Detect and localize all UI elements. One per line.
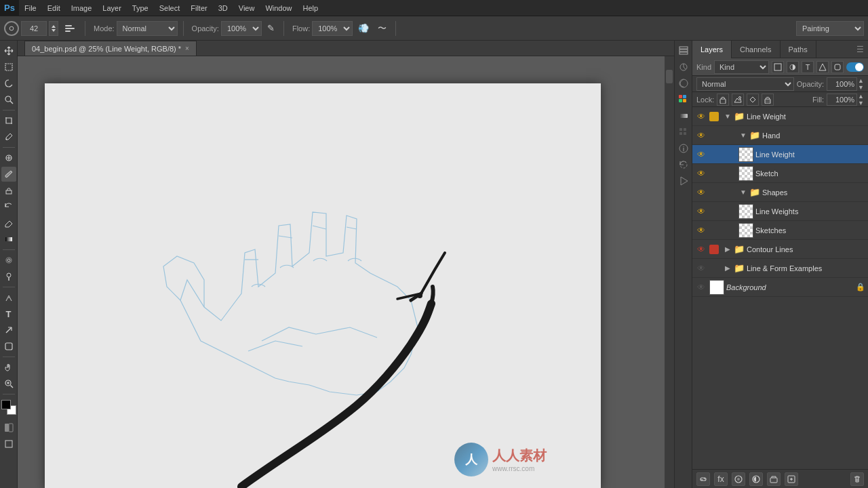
- layer-row-line-weights[interactable]: 👁 Line Weights: [692, 202, 868, 221]
- tab-channels[interactable]: Channels: [732, 41, 780, 58]
- pen-tool[interactable]: [1, 290, 16, 305]
- filter-toggle[interactable]: [846, 62, 864, 72]
- visibility-sketch[interactable]: 👁: [695, 167, 707, 180]
- lock-transparent-btn[interactable]: [717, 94, 729, 106]
- quick-select-tool[interactable]: [1, 92, 16, 107]
- expand-shapes-group[interactable]: ▼: [739, 186, 747, 199]
- expand-line-form-group[interactable]: ▶: [724, 262, 732, 274]
- dodge-tool[interactable]: [1, 269, 16, 284]
- gradients-icon-btn[interactable]: [676, 108, 691, 123]
- hand-tool[interactable]: [1, 360, 16, 375]
- new-layer-btn[interactable]: [785, 472, 798, 486]
- expand-hand-group[interactable]: ▼: [739, 129, 747, 142]
- zoom-tool[interactable]: [1, 376, 16, 391]
- mode-select[interactable]: Normal: [117, 21, 178, 36]
- opacity-stepper[interactable]: ▲▼: [858, 77, 864, 91]
- expand-line-weight-group[interactable]: ▼: [724, 110, 732, 123]
- path-select-tool[interactable]: [1, 323, 16, 338]
- text-tool[interactable]: T: [1, 306, 16, 321]
- selection-tool[interactable]: [1, 60, 16, 75]
- lock-image-btn[interactable]: [732, 94, 744, 106]
- visibility-line-form-examples[interactable]: 👁: [695, 262, 707, 274]
- document-canvas[interactable]: 人 人人素材 www.rrsc.com: [45, 83, 601, 488]
- brush-size-stepper[interactable]: [49, 21, 58, 36]
- move-tool[interactable]: [1, 43, 16, 58]
- workspace-select[interactable]: Painting: [796, 21, 864, 36]
- delete-layer-btn[interactable]: [850, 472, 864, 486]
- eyedropper-tool[interactable]: [1, 129, 16, 144]
- brush-tool[interactable]: [1, 167, 16, 182]
- layer-row-line-weight[interactable]: 👁 Line Weight: [692, 145, 868, 164]
- screen-mode-toggle[interactable]: [1, 436, 16, 451]
- menu-select[interactable]: Select: [154, 0, 186, 16]
- layers-icon-btn[interactable]: [676, 43, 691, 58]
- smoothing-toggle[interactable]: 〜: [374, 21, 390, 36]
- history-brush-tool[interactable]: [1, 199, 16, 214]
- patterns-icon-btn[interactable]: [676, 125, 691, 140]
- menu-view[interactable]: View: [233, 0, 260, 16]
- layer-row-sketch[interactable]: 👁 Sketch: [692, 164, 868, 183]
- menu-help[interactable]: Help: [298, 0, 324, 16]
- menu-file[interactable]: File: [19, 0, 42, 16]
- blending-mode-select[interactable]: Normal: [696, 77, 794, 91]
- brush-preset-picker[interactable]: [4, 21, 19, 36]
- fill-stepper[interactable]: ▲▼: [858, 93, 864, 106]
- blur-tool[interactable]: [1, 253, 16, 268]
- new-group-btn[interactable]: [767, 472, 781, 486]
- always-use-pressure-opacity[interactable]: ✎: [264, 21, 278, 36]
- tab-layers[interactable]: Layers: [692, 41, 732, 58]
- history-icon-btn[interactable]: [676, 157, 691, 172]
- layer-row-sketches[interactable]: 👁 Sketches: [692, 221, 868, 240]
- link-layers-btn[interactable]: [696, 472, 710, 486]
- filter-type-icon[interactable]: T: [802, 61, 814, 73]
- adjustments-icon-btn[interactable]: [676, 60, 691, 75]
- tab-paths[interactable]: Paths: [781, 41, 816, 58]
- brush-settings-icon[interactable]: [60, 21, 79, 36]
- quick-mask-toggle[interactable]: [1, 420, 16, 435]
- flow-select[interactable]: 100%: [312, 21, 353, 36]
- tab-close-button[interactable]: ×: [185, 45, 189, 52]
- visibility-background[interactable]: 👁: [695, 281, 707, 293]
- lock-artboard-btn[interactable]: [747, 94, 759, 106]
- layer-row-line-weight-group[interactable]: 👁 ▼ 📁 Line Weight: [692, 107, 868, 126]
- vertical-scroll-thumb[interactable]: [666, 70, 673, 83]
- canvas-viewport[interactable]: 人 人人素材 www.rrsc.com: [18, 56, 665, 488]
- airbrush-toggle[interactable]: 💨: [355, 21, 372, 36]
- crop-tool[interactable]: [1, 113, 16, 128]
- menu-edit[interactable]: Edit: [42, 0, 66, 16]
- foreground-color-swatch[interactable]: [1, 400, 11, 409]
- visibility-hand-group[interactable]: 👁: [695, 129, 707, 142]
- visibility-sketches[interactable]: 👁: [695, 224, 707, 237]
- visibility-line-weight[interactable]: 👁: [695, 148, 707, 161]
- eraser-tool[interactable]: [1, 216, 16, 230]
- filter-adjust-icon[interactable]: ◑: [787, 61, 799, 73]
- layer-row-shapes-group[interactable]: 👁 ▼ 📁 Shapes: [692, 183, 868, 202]
- opacity-input[interactable]: [827, 77, 857, 91]
- brush-size-input[interactable]: 42: [21, 21, 47, 36]
- swatches-icon-btn[interactable]: [676, 92, 691, 107]
- layer-kind-select[interactable]: Kind: [714, 60, 769, 74]
- fill-input[interactable]: [827, 94, 857, 106]
- add-adjustment-btn[interactable]: [749, 472, 763, 486]
- shape-tool[interactable]: [1, 339, 16, 354]
- color-icon-btn[interactable]: [676, 76, 691, 91]
- filter-pixel-icon[interactable]: [772, 61, 784, 73]
- gradient-tool[interactable]: [1, 232, 16, 247]
- layer-row-background[interactable]: 👁 Background 🔒: [692, 278, 868, 297]
- spot-heal-tool[interactable]: [1, 150, 16, 165]
- filter-smartobj-icon[interactable]: [831, 61, 844, 73]
- visibility-shapes-group[interactable]: 👁: [695, 186, 707, 199]
- menu-image[interactable]: Image: [66, 0, 98, 16]
- layer-row-contour-lines[interactable]: 👁 ▶ 📁 Contour Lines: [692, 240, 868, 259]
- layers-list[interactable]: 👁 ▼ 📁 Line Weight 👁 ▼ 📁: [692, 107, 868, 469]
- stamp-tool[interactable]: [1, 183, 16, 198]
- actions-icon-btn[interactable]: [676, 174, 691, 188]
- opacity-select[interactable]: 100%: [221, 21, 262, 36]
- lasso-tool[interactable]: [1, 76, 16, 91]
- menu-filter[interactable]: Filter: [185, 0, 212, 16]
- menu-layer[interactable]: Layer: [97, 0, 127, 16]
- menu-window[interactable]: Window: [260, 0, 297, 16]
- lock-all-btn[interactable]: [762, 94, 774, 106]
- layer-row-line-form-examples[interactable]: 👁 ▶ 📁 Line & Form Examples: [692, 259, 868, 278]
- visibility-line-weights[interactable]: 👁: [695, 205, 707, 218]
